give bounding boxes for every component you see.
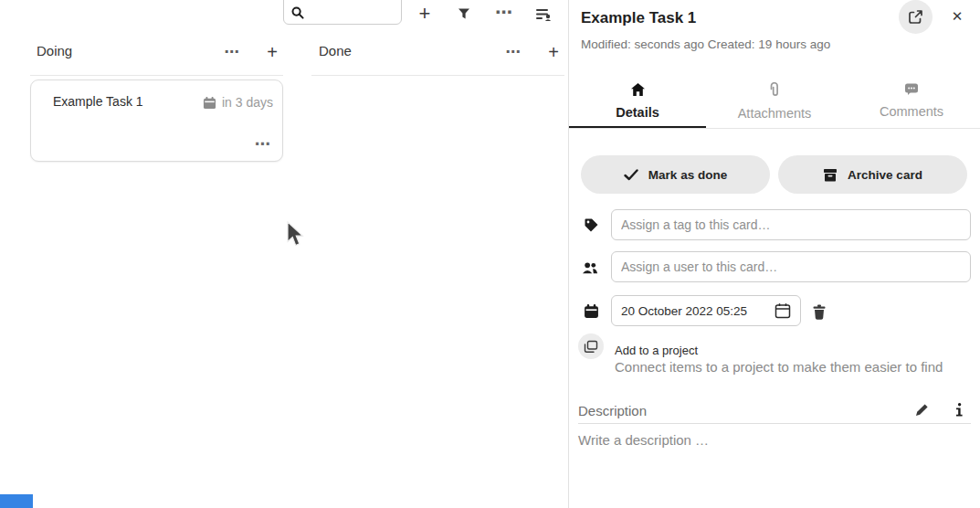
plus-icon: + — [548, 43, 559, 61]
task-card[interactable]: Example Task 1 in 3 days ⋯ — [30, 79, 283, 162]
close-icon: ✕ — [952, 8, 964, 25]
more-icon: ⋯ — [255, 135, 271, 153]
drag-indicator-fragment — [0, 494, 33, 508]
tab-details-label: Details — [616, 105, 659, 120]
tag-icon — [583, 217, 599, 233]
assigned-list-icon — [536, 7, 552, 21]
remove-due-date-button[interactable] — [812, 301, 834, 323]
tab-details[interactable]: Details — [569, 77, 706, 129]
open-calendar-button[interactable] — [773, 301, 793, 321]
assigned-cards-button[interactable] — [528, 0, 559, 27]
description-info-button[interactable] — [949, 399, 969, 419]
search-icon — [290, 5, 305, 20]
card-due-date: in 3 days — [203, 95, 273, 110]
calendar-icon — [583, 302, 599, 319]
comment-icon — [904, 82, 919, 96]
open-in-window-button[interactable] — [899, 0, 933, 34]
mouse-cursor — [287, 221, 304, 248]
filter-icon — [458, 7, 470, 20]
tab-comments-label: Comments — [880, 104, 943, 119]
add-to-project-title[interactable]: Add to a project — [615, 344, 698, 357]
more-icon: ⋯ — [495, 4, 513, 21]
card-details-panel: Example Task 1 ✕ Modified: seconds ago C… — [569, 0, 980, 508]
card-due-label: in 3 days — [222, 95, 273, 110]
add-card-toolbar-button[interactable]: + — [409, 0, 440, 27]
card-modified-created-meta: Modified: seconds ago Created: 19 hours … — [581, 37, 830, 51]
assign-user-input[interactable] — [611, 251, 971, 282]
search-input[interactable] — [308, 0, 397, 21]
column-done-divider — [311, 75, 564, 76]
column-title-doing: Doing — [37, 43, 72, 58]
pencil-icon — [915, 403, 929, 417]
tab-attachments-label: Attachments — [738, 106, 812, 121]
card-menu-button[interactable]: ⋯ — [255, 134, 271, 153]
column-done-menu-button[interactable]: ⋯ — [500, 40, 527, 64]
assign-tag-input[interactable] — [611, 209, 971, 240]
column-doing-menu-button[interactable]: ⋯ — [218, 40, 246, 64]
plus-icon: + — [419, 4, 431, 24]
plus-icon: + — [267, 43, 278, 61]
trash-icon — [812, 304, 834, 320]
card-title: Example Task 1 — [53, 94, 143, 109]
column-title-done: Done — [319, 43, 352, 58]
info-icon — [955, 403, 963, 417]
archive-card-button[interactable]: Archive card — [778, 155, 967, 194]
panel-tabs: Details Attachments Comments — [569, 77, 980, 129]
filter-button[interactable] — [448, 0, 479, 27]
column-done-add-button[interactable]: + — [540, 40, 567, 64]
description-placeholder[interactable]: Write a description … — [578, 432, 709, 448]
column-doing-add-button[interactable]: + — [258, 40, 286, 64]
users-icon — [582, 259, 598, 276]
projects-icon — [584, 340, 598, 354]
archive-card-label: Archive card — [848, 168, 922, 182]
search-input-wrapper[interactable] — [283, 0, 402, 25]
tab-comments[interactable]: Comments — [843, 77, 980, 129]
close-panel-button[interactable]: ✕ — [948, 7, 966, 26]
tab-attachments[interactable]: Attachments — [706, 77, 843, 129]
paperclip-icon — [769, 82, 780, 98]
add-to-project-subtitle: Connect items to a project to make them … — [615, 359, 943, 375]
board-menu-button[interactable]: ⋯ — [489, 0, 520, 26]
check-icon — [624, 169, 638, 181]
description-divider — [578, 423, 971, 424]
more-icon: ⋯ — [225, 45, 240, 59]
project-icon-circle[interactable] — [578, 333, 604, 359]
mark-as-done-label: Mark as done — [648, 168, 727, 182]
more-icon: ⋯ — [506, 45, 522, 59]
archive-icon — [823, 168, 838, 182]
mark-as-done-button[interactable]: Mark as done — [581, 155, 770, 194]
description-label: Description — [578, 403, 647, 418]
home-icon — [630, 82, 646, 97]
calendar-icon — [203, 96, 216, 110]
column-doing-divider — [30, 75, 283, 76]
external-link-icon — [908, 9, 923, 25]
due-date-value: 20 October 2022 05:25 — [621, 304, 773, 318]
tabs-baseline — [569, 128, 980, 129]
kanban-board: + ⋯ Doing ⋯ + Example Task 1 — [0, 0, 568, 508]
edit-description-button[interactable] — [912, 399, 932, 419]
due-date-field[interactable]: 20 October 2022 05:25 — [611, 295, 801, 326]
calendar-outline-icon — [775, 302, 791, 319]
panel-card-title: Example Task 1 — [581, 9, 696, 27]
